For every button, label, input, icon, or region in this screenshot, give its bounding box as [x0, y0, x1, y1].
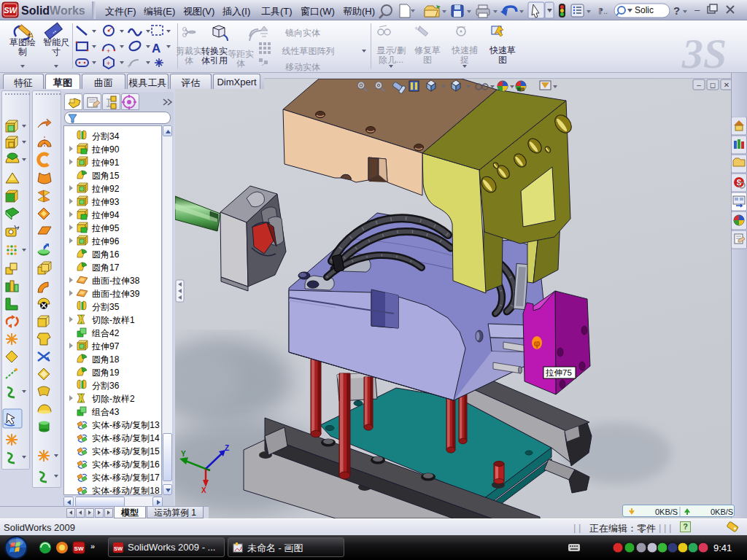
svg-text:X: X: [201, 486, 206, 494]
svg-text:SW: SW: [4, 6, 18, 15]
svg-text:+/: +/: [414, 25, 420, 32]
svg-text:?: ?: [673, 4, 680, 17]
svg-text:Y: Y: [181, 450, 186, 458]
svg-text:+: +: [107, 47, 110, 55]
svg-text:Solic: Solic: [635, 5, 654, 15]
svg-text:3S: 3S: [681, 30, 727, 73]
svg-text:◻: ◻: [710, 81, 716, 89]
svg-text:+: +: [127, 63, 131, 70]
svg-text:✕: ✕: [724, 81, 729, 89]
svg-text:A: A: [152, 42, 160, 55]
svg-text:SW: SW: [114, 545, 123, 552]
svg-text:–: –: [697, 81, 701, 89]
svg-text:+: +: [107, 60, 110, 67]
svg-text:SolidWorks: SolidWorks: [21, 4, 85, 17]
svg-text:拉伸75: 拉伸75: [545, 368, 572, 377]
svg-text:SW: SW: [74, 545, 84, 552]
svg-text:0KB/S: 0KB/S: [711, 508, 733, 516]
svg-text:0KB/S: 0KB/S: [655, 508, 678, 516]
svg-text:»: »: [90, 542, 95, 551]
svg-text:Z: Z: [225, 444, 229, 452]
svg-text:⁋..: ⁋..: [598, 7, 608, 15]
svg-text:φ: φ: [534, 338, 541, 349]
svg-text:–: –: [694, 4, 700, 15]
